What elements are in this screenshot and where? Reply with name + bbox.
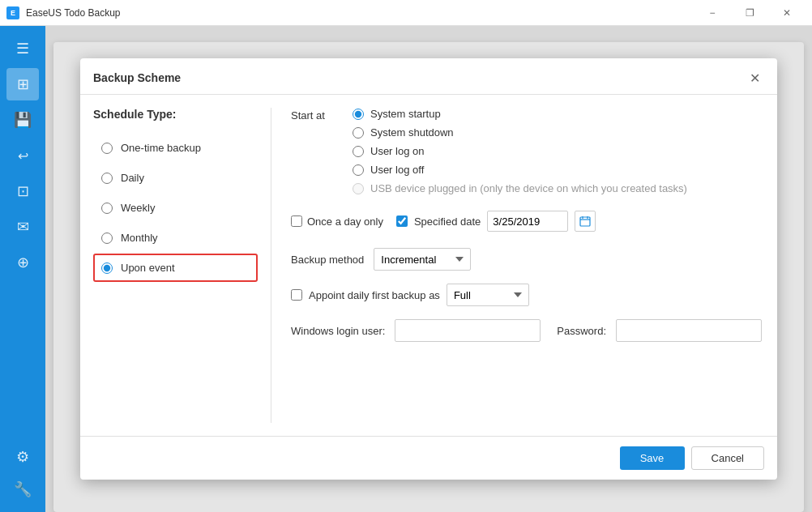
dialog-overlay: Backup Scheme ✕ Schedule Type: One-time … [45, 26, 812, 512]
label-startup: System startup [370, 108, 441, 120]
window-controls: − ❐ ✕ [694, 0, 806, 26]
restore-button[interactable]: ❐ [731, 0, 768, 26]
sidebar-icon-restore[interactable]: ↩ [6, 139, 39, 172]
label-weekly: Weekly [121, 202, 155, 214]
save-button[interactable]: Save [620, 446, 685, 470]
schedule-option-monthly[interactable]: Monthly [93, 224, 258, 252]
label-one-time: One-time backup [121, 142, 201, 154]
dialog-header: Backup Scheme ✕ [80, 58, 777, 95]
svg-rect-0 [580, 217, 590, 226]
dialog-title: Backup Scheme [93, 71, 181, 84]
label-logon: User log on [370, 145, 424, 157]
radio-daily[interactable] [101, 173, 113, 184]
minimize-button[interactable]: − [694, 0, 731, 26]
backup-method-row: Backup method Incremental Full Different… [291, 248, 764, 271]
window-close-button[interactable]: ✕ [768, 0, 806, 26]
schedule-type-title: Schedule Type: [93, 108, 258, 121]
appoint-label: Appoint daily first backup as [309, 289, 440, 301]
radio-option-startup[interactable]: System startup [353, 108, 687, 120]
radio-logoff[interactable] [353, 164, 364, 176]
dialog-close-button[interactable]: ✕ [745, 68, 764, 87]
app-title: EaseUS Todo Backup [26, 7, 694, 19]
specified-date-group: Specified date [396, 211, 596, 232]
radio-option-shutdown[interactable]: System shutdown [353, 126, 687, 139]
label-monthly: Monthly [121, 232, 158, 244]
radio-logon[interactable] [353, 146, 364, 157]
sidebar-icon-globe[interactable]: ⊕ [6, 246, 39, 279]
backup-method-label: Backup method [291, 254, 364, 266]
windows-login-input[interactable] [395, 319, 541, 342]
password-input[interactable] [616, 319, 762, 342]
date-row: Once a day only Specified date [291, 211, 764, 232]
sidebar-icon-backup[interactable]: 💾 [6, 104, 39, 136]
cancel-button[interactable]: Cancel [691, 446, 764, 470]
dialog-footer: Save Cancel [80, 436, 777, 480]
schedule-type-panel: Schedule Type: One-time backup Daily Wee… [93, 108, 271, 423]
radio-startup[interactable] [353, 109, 364, 120]
radio-option-usb: USB device plugged in (only the device o… [353, 182, 687, 194]
password-label: Password: [557, 325, 606, 337]
radio-one-time[interactable] [101, 143, 113, 154]
label-shutdown: System shutdown [370, 126, 454, 139]
schedule-option-daily[interactable]: Daily [93, 164, 258, 192]
login-row: Windows login user: Password: [291, 319, 764, 342]
label-daily: Daily [121, 172, 144, 184]
app-container: ☰ ⊞ 💾 ↩ ⊡ ✉ ⊕ ⚙ 🔧 Backup Scheme ✕ [0, 26, 812, 512]
settings-panel: Start at System startup System shutdown [271, 108, 764, 423]
sidebar-icon-tools[interactable]: ⚙ [6, 441, 39, 473]
start-at-label: Start at [291, 108, 340, 122]
date-input-field[interactable] [487, 211, 568, 232]
radio-option-logon[interactable]: User log on [353, 145, 687, 157]
app-icon: E [6, 6, 19, 19]
specified-date-checkbox[interactable] [396, 215, 408, 227]
dialog-body: Schedule Type: One-time backup Daily Wee… [80, 95, 777, 436]
label-logoff: User log off [370, 164, 424, 176]
radio-shutdown[interactable] [353, 127, 364, 139]
backup-method-select[interactable]: Incremental Full Differential [374, 248, 471, 271]
label-usb: USB device plugged in (only the device o… [370, 182, 687, 194]
sidebar-icon-home[interactable]: ⊞ [6, 68, 39, 100]
schedule-option-upon-event[interactable]: Upon event [93, 254, 258, 282]
appoint-checkbox[interactable] [291, 289, 302, 301]
appoint-select[interactable]: Full Incremental [447, 284, 529, 306]
sidebar-icon-clone[interactable]: ⊡ [6, 175, 39, 207]
sidebar-icon-settings[interactable]: 🔧 [6, 473, 39, 506]
schedule-option-one-time[interactable]: One-time backup [93, 134, 258, 162]
appoint-row: Appoint daily first backup as Full Incre… [291, 284, 764, 306]
start-at-section: Start at System startup System shutdown [291, 108, 764, 194]
label-upon-event: Upon event [121, 262, 175, 274]
main-content: Backup Scheme ✕ Schedule Type: One-time … [45, 26, 812, 512]
sidebar-icon-mail[interactable]: ✉ [6, 211, 39, 243]
once-a-day-label: Once a day only [307, 215, 383, 228]
sidebar: ☰ ⊞ 💾 ↩ ⊡ ✉ ⊕ ⚙ 🔧 [0, 26, 45, 512]
title-bar: E EaseUS Todo Backup − ❐ ✕ [0, 0, 812, 26]
calendar-icon-button[interactable] [575, 211, 596, 232]
start-options-group: System startup System shutdown User log … [353, 108, 687, 194]
start-at-row: Start at System startup System shutdown [291, 108, 764, 194]
once-a-day-checkbox[interactable] [291, 215, 302, 227]
sidebar-icon-menu[interactable]: ☰ [6, 32, 39, 65]
once-a-day-option[interactable]: Once a day only [291, 215, 383, 228]
specified-date-label: Specified date [414, 215, 481, 228]
backup-scheme-dialog: Backup Scheme ✕ Schedule Type: One-time … [80, 58, 777, 480]
schedule-option-weekly[interactable]: Weekly [93, 194, 258, 222]
sidebar-bottom: ⚙ 🔧 [6, 441, 39, 506]
windows-login-label: Windows login user: [291, 325, 385, 337]
radio-usb [353, 183, 364, 194]
radio-option-logoff[interactable]: User log off [353, 164, 687, 176]
radio-weekly[interactable] [101, 203, 113, 214]
radio-monthly[interactable] [101, 233, 113, 244]
radio-upon-event[interactable] [101, 262, 113, 274]
